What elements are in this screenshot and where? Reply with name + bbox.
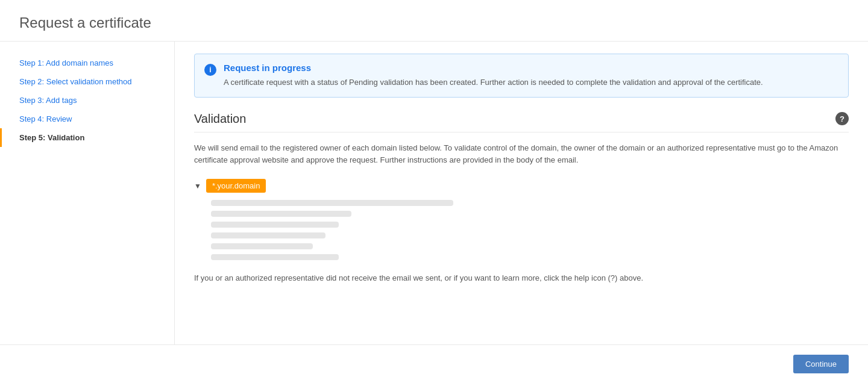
help-icon[interactable]: ? [835, 112, 849, 125]
blurred-lines-container [211, 200, 849, 260]
alert-body: A certificate request with a status of P… [224, 76, 763, 89]
page-header: Request a certificate [0, 0, 868, 42]
validation-section-header: Validation ? [194, 112, 849, 132]
info-icon: i [204, 64, 216, 76]
blurred-line [211, 211, 351, 217]
domain-badge: *.your.domain [206, 179, 266, 193]
sidebar: Step 1: Add domain names Step 2: Select … [0, 42, 175, 344]
alert-content: Request in progress A certificate reques… [224, 63, 763, 89]
section-title: Validation [194, 112, 246, 126]
alert-title: Request in progress [224, 63, 763, 73]
blurred-line [211, 254, 339, 260]
domain-section: ▼ *.your.domain [194, 179, 849, 260]
alert-box: i Request in progress A certificate requ… [194, 54, 849, 98]
page-footer: Continue [0, 344, 868, 383]
sidebar-item-step1[interactable]: Step 1: Add domain names [0, 54, 174, 72]
main-layout: Step 1: Add domain names Step 2: Select … [0, 42, 868, 344]
blurred-line [211, 232, 326, 238]
chevron-down-icon[interactable]: ▼ [194, 182, 201, 190]
sidebar-item-step5: Step 5: Validation [0, 128, 174, 147]
page-title: Request a certificate [19, 14, 849, 31]
continue-button[interactable]: Continue [793, 355, 849, 373]
footer-note: If you or an authorized representative d… [194, 272, 849, 284]
blurred-line [211, 200, 453, 206]
sidebar-item-step4[interactable]: Step 4: Review [0, 110, 174, 128]
page-container: Request a certificate Step 1: Add domain… [0, 0, 868, 383]
content-area: i Request in progress A certificate requ… [175, 42, 868, 344]
sidebar-item-step3[interactable]: Step 3: Add tags [0, 91, 174, 110]
domain-row: ▼ *.your.domain [194, 179, 849, 193]
blurred-line [211, 243, 313, 249]
sidebar-item-step2[interactable]: Step 2: Select validation method [0, 72, 174, 91]
validation-description: We will send email to the registered own… [194, 142, 849, 167]
blurred-line [211, 222, 339, 228]
